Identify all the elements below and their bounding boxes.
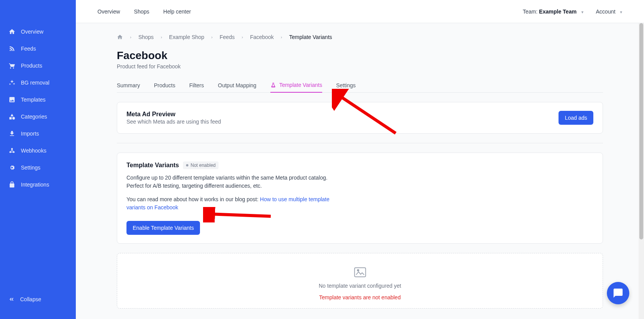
tab-filters[interactable]: Filters <box>189 78 204 92</box>
chevron-right-icon: › <box>161 35 162 39</box>
tab-label: Template Variants <box>279 82 322 88</box>
topbar-nav: Overview Shops Help center <box>97 8 191 15</box>
divider <box>117 143 603 143</box>
breadcrumb-feeds[interactable]: Feeds <box>220 34 235 40</box>
sidebar-label: Imports <box>21 131 39 137</box>
home-icon[interactable] <box>117 34 123 40</box>
lock-icon <box>9 181 15 188</box>
scrollbar[interactable] <box>639 23 644 319</box>
rss-icon <box>9 45 15 52</box>
account-dropdown[interactable]: Account ▾ <box>596 8 622 15</box>
collapse-label: Collapse <box>20 296 41 302</box>
team-dropdown[interactable]: Team: Example Team ▾ <box>523 8 584 15</box>
desc2-prefix: You can read more about how it works in … <box>126 196 260 202</box>
sidebar-item-templates[interactable]: Templates <box>0 91 76 108</box>
chevron-down-icon: ▾ <box>620 10 622 14</box>
topbar-link-overview[interactable]: Overview <box>97 8 120 15</box>
gear-icon <box>9 164 15 171</box>
svg-rect-4 <box>354 268 366 277</box>
shapes-icon <box>9 113 15 120</box>
sparkle-icon <box>9 79 15 86</box>
chevron-double-left-icon <box>9 296 15 302</box>
topbar: Overview Shops Help center Team: Example… <box>76 0 644 23</box>
sidebar-item-products[interactable]: Products <box>0 57 76 74</box>
tabs: Summary Products Filters Output Mapping … <box>117 78 603 93</box>
variants-desc-1: Configure up to 20 different template va… <box>126 174 335 190</box>
sidebar-item-bg-removal[interactable]: BG removal <box>0 74 76 91</box>
sidebar-label: Templates <box>21 97 46 103</box>
team-label: Team: <box>523 8 538 15</box>
enable-variants-button[interactable]: Enable Template Variants <box>126 221 200 235</box>
chevron-right-icon: › <box>130 35 132 39</box>
chat-icon <box>613 288 624 299</box>
svg-point-3 <box>13 151 14 153</box>
webhook-icon <box>9 147 15 154</box>
error-text: Template variants are not enabled <box>126 294 593 300</box>
sidebar-item-imports[interactable]: Imports <box>0 125 76 142</box>
sidebar-label: Feeds <box>21 46 36 52</box>
tab-output-mapping[interactable]: Output Mapping <box>218 78 256 92</box>
chevron-right-icon: › <box>211 35 213 39</box>
page-title: Facebook <box>117 49 603 62</box>
chevron-right-icon: › <box>242 35 243 39</box>
chat-button[interactable] <box>607 282 629 304</box>
template-variants-card: Template Variants Not enabled Configure … <box>117 153 603 244</box>
badge-dot-icon <box>186 164 188 166</box>
tab-template-variants[interactable]: Template Variants <box>270 78 322 93</box>
breadcrumb: › Shops › Example Shop › Feeds › Faceboo… <box>117 34 603 40</box>
home-icon <box>9 28 15 35</box>
svg-point-5 <box>357 270 359 271</box>
download-icon <box>9 130 15 137</box>
sidebar-item-integrations[interactable]: Integrations <box>0 176 76 193</box>
image-icon <box>9 96 15 103</box>
chevron-down-icon: ▾ <box>581 10 584 14</box>
sidebar-item-settings[interactable]: Settings <box>0 159 76 176</box>
load-ads-button[interactable]: Load ads <box>559 111 593 125</box>
tab-summary[interactable]: Summary <box>117 78 140 92</box>
sidebar: Overview Feeds Products BG removal Templ… <box>0 0 76 319</box>
sidebar-collapse[interactable]: Collapse <box>0 291 76 307</box>
sidebar-label: Integrations <box>21 182 49 188</box>
main-content: › Shops › Example Shop › Feeds › Faceboo… <box>76 23 644 319</box>
sidebar-label: BG removal <box>21 80 50 86</box>
badge-text: Not enabled <box>191 163 216 168</box>
sidebar-item-webhooks[interactable]: Webhooks <box>0 142 76 159</box>
tab-products[interactable]: Products <box>154 78 175 92</box>
team-name: Example Team <box>539 8 577 15</box>
variants-desc-2: You can read more about how it works in … <box>126 195 335 212</box>
sidebar-item-categories[interactable]: Categories <box>0 108 76 125</box>
svg-point-1 <box>12 148 13 149</box>
tab-settings[interactable]: Settings <box>336 78 356 92</box>
variants-title: Template Variants <box>126 162 179 169</box>
empty-state-card: No template variant configured yet Templ… <box>117 253 603 309</box>
sidebar-label: Overview <box>21 29 43 35</box>
sidebar-label: Products <box>21 63 42 69</box>
sidebar-label: Webhooks <box>21 148 46 154</box>
chevron-right-icon: › <box>281 35 282 39</box>
image-placeholder-icon <box>126 267 593 277</box>
sidebar-item-overview[interactable]: Overview <box>0 23 76 40</box>
sidebar-label: Categories <box>21 114 47 120</box>
flask-icon <box>270 82 276 88</box>
status-badge: Not enabled <box>183 161 219 169</box>
sidebar-nav: Overview Feeds Products BG removal Templ… <box>0 0 76 291</box>
meta-ad-preview-card: Meta Ad Preview See which Meta ads are u… <box>117 102 603 134</box>
topbar-link-help[interactable]: Help center <box>163 8 191 15</box>
meta-preview-title: Meta Ad Preview <box>126 111 221 118</box>
empty-text: No template variant configured yet <box>126 283 593 289</box>
breadcrumb-shop[interactable]: Example Shop <box>169 34 204 40</box>
breadcrumb-current: Template Variants <box>289 34 332 40</box>
page-subtitle: Product feed for Facebook <box>117 63 603 70</box>
breadcrumb-facebook[interactable]: Facebook <box>250 34 273 40</box>
topbar-link-shops[interactable]: Shops <box>134 8 149 15</box>
account-label: Account <box>596 8 616 15</box>
breadcrumb-shops[interactable]: Shops <box>138 34 154 40</box>
svg-point-2 <box>10 151 11 153</box>
svg-point-0 <box>10 50 11 51</box>
cart-icon <box>9 62 15 69</box>
meta-preview-subtitle: See which Meta ads are using this feed <box>126 119 221 125</box>
scrollbar-thumb[interactable] <box>639 23 643 239</box>
sidebar-item-feeds[interactable]: Feeds <box>0 40 76 57</box>
sidebar-label: Settings <box>21 165 41 171</box>
